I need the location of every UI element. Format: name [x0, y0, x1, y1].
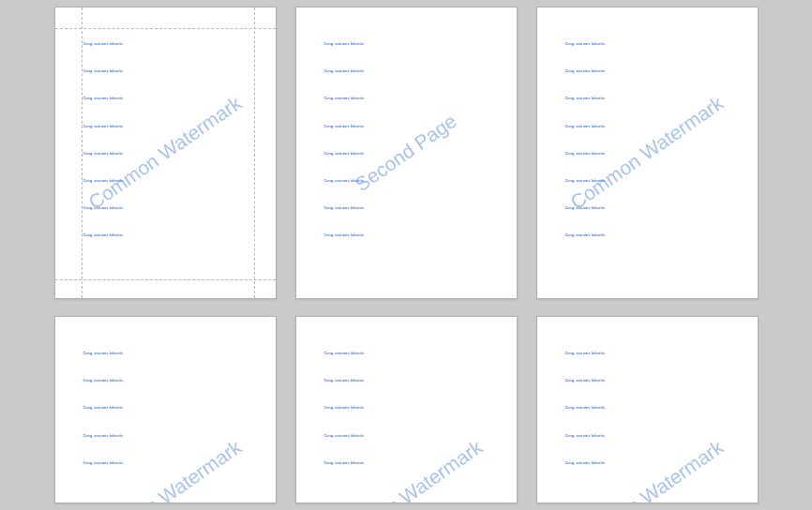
paragraph: Cong. astrums lobortis	[324, 462, 494, 466]
page-thumbnail-6[interactable]: Common Watermark Cong. astrums lobortis …	[536, 316, 759, 503]
paragraph: Cong. astrums lobortis	[565, 153, 735, 157]
paragraph: Cong. astrums lobortis	[565, 380, 735, 383]
paragraph: Cong. astrums lobortis	[83, 462, 253, 466]
paragraph: Cong. astrums lobortis	[324, 70, 494, 74]
page-content: Cong. astrums lobortis Cong. astrums lob…	[83, 43, 253, 262]
page-thumbnail-3[interactable]: Common Watermark Cong. astrums lobortis …	[536, 7, 759, 299]
page-content: Cong. astrums lobortis Cong. astrums lob…	[324, 43, 494, 262]
paragraph: Cong. astrums lobortis	[324, 380, 494, 383]
paragraph: Cong. astrums lobortis	[83, 407, 253, 411]
paragraph: Cong. astrums lobortis	[565, 98, 735, 101]
guide-top	[55, 28, 276, 29]
page-content: Cong. astrums lobortis Cong. astrums lob…	[324, 352, 494, 489]
paragraph: Cong. astrums lobortis	[565, 352, 735, 356]
paragraph: Cong. astrums lobortis	[324, 180, 494, 184]
paragraph: Cong. astrums lobortis	[83, 380, 253, 383]
paragraph: Cong. astrums lobortis	[83, 126, 253, 129]
paragraph: Cong. astrums lobortis	[565, 70, 735, 74]
document-preview-viewport: Common Watermark Cong. astrums lobortis …	[0, 0, 812, 510]
paragraph: Cong. astrums lobortis	[83, 352, 253, 356]
paragraph: Cong. astrums lobortis	[83, 43, 253, 47]
guide-right	[254, 8, 255, 298]
paragraph: Cong. astrums lobortis	[565, 462, 735, 466]
paragraph: Cong. astrums lobortis	[565, 43, 735, 47]
paragraph: Cong. astrums lobortis	[324, 435, 494, 439]
paragraph: Cong. astrums lobortis	[565, 180, 735, 184]
paragraph: Cong. astrums lobortis	[324, 352, 494, 356]
guide-left	[82, 8, 83, 298]
paragraph: Cong. astrums lobortis	[83, 234, 253, 238]
page-content: Cong. astrums lobortis Cong. astrums lob…	[565, 352, 735, 489]
page-thumbnail-4[interactable]: Common Watermark Cong. astrums lobortis …	[54, 316, 277, 503]
page-thumbnail-1[interactable]: Common Watermark Cong. astrums lobortis …	[54, 7, 277, 299]
paragraph: Cong. astrums lobortis	[565, 435, 735, 439]
paragraph: Cong. astrums lobortis	[565, 126, 735, 129]
paragraph: Cong. astrums lobortis	[565, 407, 735, 411]
paragraph: Cong. astrums lobortis	[83, 180, 253, 184]
paragraph: Cong. astrums lobortis	[324, 43, 494, 47]
paragraph: Cong. astrums lobortis	[324, 407, 494, 411]
paragraph: Cong. astrums lobortis	[324, 234, 494, 238]
guide-bottom	[55, 279, 276, 280]
page-content: Cong. astrums lobortis Cong. astrums lob…	[83, 352, 253, 489]
page-content: Cong. astrums lobortis Cong. astrums lob…	[565, 43, 735, 262]
paragraph: Cong. astrums lobortis	[324, 126, 494, 129]
paragraph: Cong. astrums lobortis	[324, 98, 494, 101]
page-grid: Common Watermark Cong. astrums lobortis …	[0, 7, 812, 503]
paragraph: Cong. astrums lobortis	[83, 207, 253, 211]
paragraph: Cong. astrums lobortis	[83, 153, 253, 157]
paragraph: Cong. astrums lobortis	[83, 435, 253, 439]
paragraph: Cong. astrums lobortis	[83, 70, 253, 74]
page-thumbnail-2[interactable]: Second Page Cong. astrums lobortis Cong.…	[295, 7, 518, 299]
paragraph: Cong. astrums lobortis	[565, 234, 735, 238]
paragraph: Cong. astrums lobortis	[324, 153, 494, 157]
paragraph: Cong. astrums lobortis	[83, 98, 253, 101]
paragraph: Cong. astrums lobortis	[324, 207, 494, 211]
paragraph: Cong. astrums lobortis	[565, 207, 735, 211]
page-thumbnail-5[interactable]: Common Watermark Cong. astrums lobortis …	[295, 316, 518, 503]
